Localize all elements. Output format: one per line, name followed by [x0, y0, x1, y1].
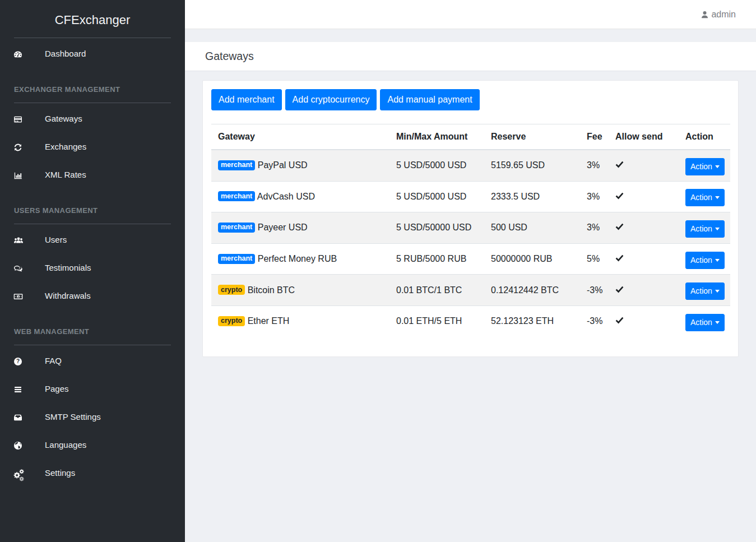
svg-text:?: ? — [16, 358, 20, 364]
